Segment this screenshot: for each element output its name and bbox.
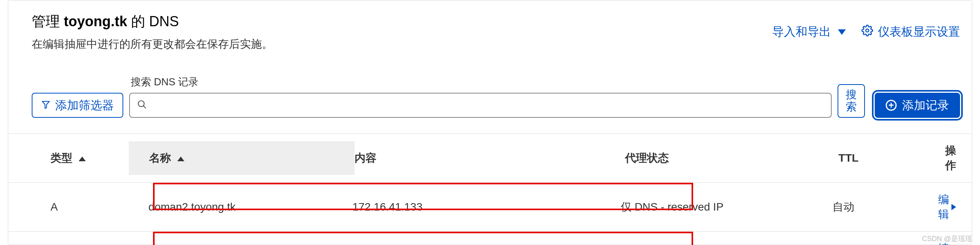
table-body: Adoman2.toyong.tk172.16.41.133仅 DNS - re… [7, 183, 972, 245]
dashboard-settings-label: 仪表板显示设置 [878, 24, 960, 40]
col-name[interactable]: 名称 [129, 141, 355, 175]
search-group: 搜索 DNS 记录 [129, 75, 832, 118]
col-name-label: 名称 [149, 152, 171, 164]
import-export-label: 导入和导出 [772, 24, 831, 40]
cell-type: A [7, 191, 128, 223]
search-row: 添加筛选器 搜索 DNS 记录 搜索 + 添加记录 [32, 75, 960, 118]
cell-name: doman2.toyong.tk [128, 191, 352, 223]
svg-point-2 [138, 101, 144, 106]
header-row: 管理 toyong.tk 的 DNS 在编辑抽屉中进行的所有更改都会在保存后实施… [32, 12, 960, 52]
col-proxy[interactable]: 代理状态 [625, 141, 838, 175]
header-left: 管理 toyong.tk 的 DNS 在编辑抽屉中进行的所有更改都会在保存后实施… [32, 12, 273, 52]
col-type-label: 类型 [50, 152, 72, 164]
plus-circle-icon: + [886, 100, 897, 111]
caret-down-icon [838, 29, 846, 35]
gear-icon [861, 25, 873, 39]
title-suffix: 的 DNS [127, 13, 179, 29]
cell-content: 172.16.41.133 [352, 191, 620, 223]
sort-asc-icon [79, 157, 86, 161]
page-subtitle: 在编辑抽屉中进行的所有更改都会在保存后实施。 [32, 37, 273, 52]
dns-panel: 管理 toyong.tk 的 DNS 在编辑抽屉中进行的所有更改都会在保存后实施… [8, 0, 972, 245]
dashboard-settings-link[interactable]: 仪表板显示设置 [861, 24, 960, 40]
title-prefix: 管理 [32, 13, 64, 29]
cell-proxy: 仅 DNS - reserved IP [621, 239, 832, 245]
add-record-button[interactable]: + 添加记录 [875, 93, 960, 118]
search-button[interactable]: 搜索 [838, 84, 865, 118]
add-filter-button[interactable]: 添加筛选器 [32, 93, 123, 118]
table-row: Atoyong.tk172.16.41.133仅 DNS - reserved … [7, 232, 972, 245]
page-title: 管理 toyong.tk 的 DNS [32, 12, 273, 31]
col-content[interactable]: 内容 [355, 141, 625, 175]
cell-content: 172.16.41.133 [352, 240, 620, 245]
dns-table: 类型 名称 内容 代理状态 TTL 操作 Adoman2.toyong.tk17… [7, 133, 972, 245]
col-actions: 操作 [945, 134, 972, 182]
svg-line-3 [143, 106, 146, 108]
svg-point-0 [866, 29, 869, 32]
edit-button[interactable]: 编辑 [938, 192, 956, 222]
chevron-right-icon [951, 204, 956, 210]
header-actions: 导入和导出 仪表板显示设置 [772, 24, 960, 40]
sort-asc-icon [177, 157, 184, 161]
add-filter-label: 添加筛选器 [55, 97, 114, 113]
search-label: 搜索 DNS 记录 [131, 75, 832, 89]
cell-proxy: 仅 DNS - reserved IP [621, 190, 832, 224]
cell-actions: 编辑 [938, 183, 972, 231]
add-record-label: 添加记录 [902, 97, 949, 113]
cell-ttl: 自动 [832, 190, 938, 224]
cell-type: A [7, 240, 128, 245]
search-input-wrap[interactable] [129, 93, 832, 118]
search-icon [137, 99, 147, 111]
funnel-icon [41, 99, 50, 112]
table-header: 类型 名称 内容 代理状态 TTL 操作 [7, 133, 972, 183]
import-export-dropdown[interactable]: 导入和导出 [772, 24, 846, 40]
col-ttl[interactable]: TTL [838, 142, 945, 174]
cell-name: toyong.tk [128, 240, 352, 245]
svg-marker-1 [42, 101, 49, 108]
table-row: Adoman2.toyong.tk172.16.41.133仅 DNS - re… [7, 183, 972, 232]
title-domain: toyong.tk [64, 13, 127, 29]
watermark: CSDN @是瑶瑶 [922, 234, 972, 243]
col-type[interactable]: 类型 [7, 141, 129, 175]
search-input[interactable] [152, 94, 824, 117]
